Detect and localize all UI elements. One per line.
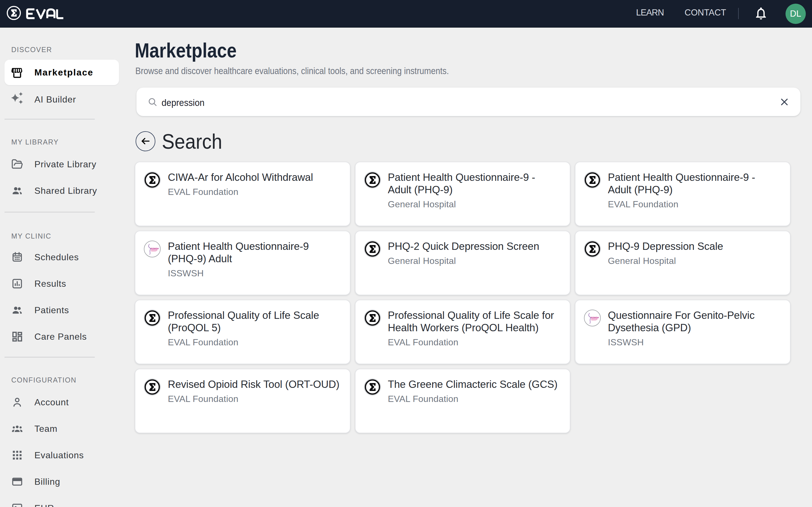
svg-text:ISSWSH: ISSWSH — [591, 316, 599, 319]
svg-text:ISSWSH: ISSWSH — [151, 247, 159, 249]
